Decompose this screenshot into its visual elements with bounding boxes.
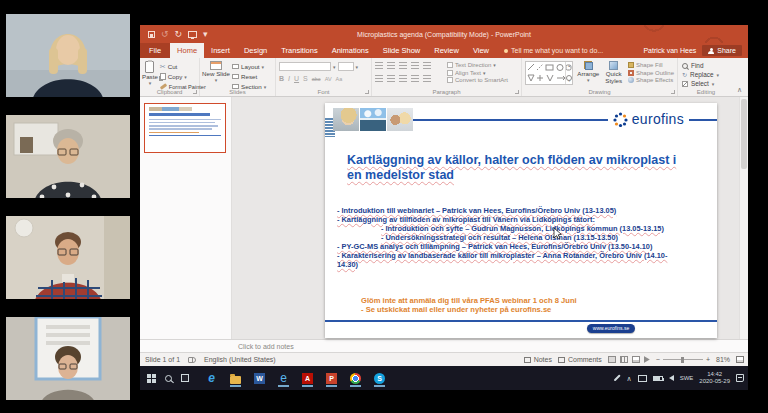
align-center-icon[interactable] bbox=[387, 75, 395, 82]
zoom-out-button[interactable]: − bbox=[656, 356, 660, 363]
bullets-icon[interactable] bbox=[375, 62, 383, 69]
pfas-reminder[interactable]: Glöm inte att anmäla dig till våra PFAS … bbox=[361, 296, 577, 314]
font-name-caret-icon[interactable]: ▾ bbox=[333, 64, 336, 70]
tab-transitions[interactable]: Transitions bbox=[274, 43, 324, 58]
strikethrough-button[interactable]: abc bbox=[312, 76, 321, 82]
skype-icon[interactable]: S bbox=[373, 370, 386, 386]
participant-video-2[interactable] bbox=[6, 111, 130, 202]
qat-customize-caret-icon[interactable]: ▾ bbox=[203, 30, 208, 39]
decrease-indent-icon[interactable] bbox=[399, 62, 407, 69]
shapes-gallery-scrollbar[interactable]: ▴ ▾ bbox=[565, 62, 572, 84]
participant-video-3[interactable] bbox=[6, 212, 130, 303]
comments-toggle[interactable]: Comments bbox=[558, 356, 602, 363]
text-shadow-button[interactable]: S bbox=[303, 75, 308, 82]
tab-slide-show[interactable]: Slide Show bbox=[376, 43, 428, 58]
tab-file[interactable]: File bbox=[140, 43, 170, 58]
justify-icon[interactable] bbox=[411, 75, 419, 82]
slide-sorter-view-button[interactable] bbox=[620, 356, 628, 363]
battery-icon[interactable] bbox=[653, 376, 663, 381]
share-button[interactable]: Share bbox=[702, 45, 742, 56]
slide-agenda[interactable]: - Introduktion till webinariet – Patrick… bbox=[337, 206, 681, 269]
cut-button[interactable]: ✂ Cut bbox=[160, 62, 206, 71]
clock[interactable]: 14:42 2020-05-29 bbox=[699, 371, 730, 385]
increase-indent-icon[interactable] bbox=[411, 62, 419, 69]
character-spacing-button[interactable]: AV bbox=[325, 76, 332, 82]
notes-toggle[interactable]: Notes bbox=[524, 356, 552, 363]
tab-review[interactable]: Review bbox=[427, 43, 466, 58]
align-left-icon[interactable] bbox=[375, 75, 383, 82]
internet-explorer-icon[interactable]: e bbox=[277, 370, 290, 386]
font-dialog-launcher-icon[interactable] bbox=[365, 90, 369, 94]
replace-button[interactable]: ↻ Replace ▾ bbox=[682, 71, 730, 78]
bold-button[interactable]: B bbox=[279, 75, 284, 82]
fit-slide-to-window-icon[interactable] bbox=[736, 356, 744, 363]
shape-outline-button[interactable]: Shape Outline bbox=[628, 70, 674, 76]
layout-button[interactable]: Layout ▾ bbox=[232, 62, 266, 71]
text-direction-button[interactable]: Text Direction ▾ bbox=[447, 62, 508, 68]
slide[interactable]: eurofins Kartläggning av källor, halter … bbox=[325, 103, 717, 338]
pen-icon[interactable] bbox=[613, 375, 620, 382]
italic-button[interactable]: I bbox=[288, 75, 290, 82]
line-spacing-icon[interactable] bbox=[423, 62, 431, 69]
notes-pane[interactable]: Click to add notes bbox=[140, 339, 748, 352]
action-center-icon[interactable] bbox=[736, 374, 744, 382]
reading-view-button[interactable] bbox=[632, 356, 640, 363]
edge-icon[interactable]: e bbox=[205, 370, 218, 386]
participant-video-4[interactable] bbox=[6, 313, 130, 404]
shapes-gallery[interactable]: ▴ ▾ bbox=[525, 61, 573, 85]
numbering-icon[interactable] bbox=[387, 62, 395, 69]
font-size-caret-icon[interactable]: ▾ bbox=[356, 64, 359, 70]
font-name-input[interactable] bbox=[279, 62, 331, 71]
tab-view[interactable]: View bbox=[466, 43, 496, 58]
save-icon[interactable] bbox=[148, 31, 155, 38]
tab-home[interactable]: Home bbox=[170, 43, 204, 58]
shape-fill-button[interactable]: Shape Fill bbox=[628, 62, 674, 68]
zoom-slider[interactable] bbox=[663, 359, 703, 360]
align-text-button[interactable]: Align Text ▾ bbox=[447, 70, 508, 76]
search-icon[interactable] bbox=[165, 375, 172, 382]
start-slideshow-icon[interactable] bbox=[188, 31, 197, 38]
zoom-in-button[interactable]: + bbox=[706, 356, 710, 363]
participant-video-1[interactable] bbox=[6, 10, 130, 101]
tray-chevron-up-icon[interactable]: ∧ bbox=[627, 375, 632, 382]
acrobat-icon[interactable]: A bbox=[301, 370, 314, 386]
file-explorer-icon[interactable] bbox=[229, 370, 242, 386]
start-button[interactable] bbox=[147, 374, 156, 383]
columns-icon[interactable] bbox=[423, 75, 431, 82]
powerpoint-icon[interactable]: P bbox=[325, 370, 338, 386]
undo-icon[interactable]: ↺ bbox=[161, 30, 169, 39]
redo-icon[interactable]: ↻ bbox=[175, 30, 183, 39]
chrome-icon[interactable] bbox=[349, 370, 362, 386]
slide-thumbnail-1[interactable] bbox=[144, 103, 226, 153]
reset-button[interactable]: Reset bbox=[232, 72, 266, 81]
volume-icon[interactable] bbox=[669, 375, 674, 381]
tab-insert[interactable]: Insert bbox=[204, 43, 237, 58]
select-button[interactable]: Select ▾ bbox=[682, 80, 730, 87]
clipboard-dialog-launcher-icon[interactable] bbox=[193, 90, 197, 94]
slideshow-view-button[interactable] bbox=[644, 356, 650, 363]
zoom-level[interactable]: 81% bbox=[716, 356, 730, 363]
task-view-icon[interactable] bbox=[181, 374, 189, 382]
language-status[interactable]: English (United States) bbox=[204, 356, 276, 363]
font-size-input[interactable] bbox=[338, 62, 354, 71]
collapse-ribbon-icon[interactable]: ∧ bbox=[737, 86, 742, 94]
copy-button[interactable]: Copy ▾ bbox=[160, 72, 206, 81]
account-menu[interactable]: Patrick van Hees bbox=[643, 47, 696, 54]
tell-me-box[interactable]: Tell me what you want to do... bbox=[504, 43, 603, 58]
underline-button[interactable]: U bbox=[294, 75, 299, 82]
change-case-button[interactable]: Aa bbox=[336, 76, 343, 82]
display-icon[interactable] bbox=[638, 375, 647, 382]
normal-view-button[interactable] bbox=[608, 356, 616, 363]
tab-animations[interactable]: Animations bbox=[325, 43, 376, 58]
convert-smartart-button[interactable]: Convert to SmartArt bbox=[447, 77, 508, 83]
shape-effects-button[interactable]: Shape Effects bbox=[628, 77, 674, 83]
find-button[interactable]: Find bbox=[682, 62, 730, 69]
language-indicator[interactable]: SWE bbox=[680, 375, 694, 381]
slide-title[interactable]: Kartläggning av källor, halter och flöde… bbox=[347, 153, 677, 183]
spellcheck-icon[interactable] bbox=[188, 357, 196, 363]
zoom-slider-knob[interactable] bbox=[681, 357, 684, 363]
drawing-dialog-launcher-icon[interactable] bbox=[671, 90, 675, 94]
word-icon[interactable]: W bbox=[253, 370, 266, 386]
paragraph-dialog-launcher-icon[interactable] bbox=[515, 90, 519, 94]
tab-design[interactable]: Design bbox=[237, 43, 274, 58]
